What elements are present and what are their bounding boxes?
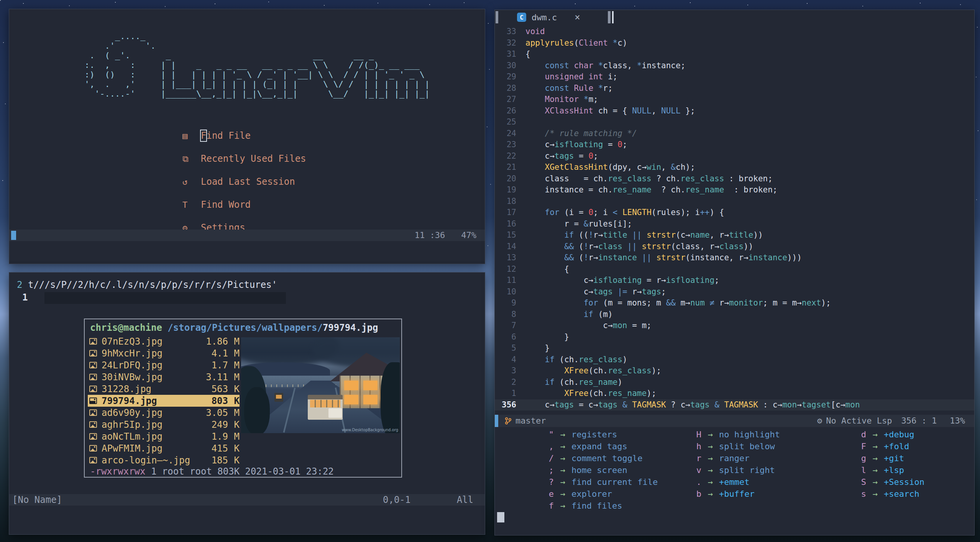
file-row[interactable]: 31228.jpg563K <box>88 383 240 395</box>
code-token: = <box>574 151 588 161</box>
whichkey-binding-expand-tags[interactable]: ,→expand tags <box>541 440 658 452</box>
file-size: 415 <box>204 443 228 454</box>
line-number: 9 <box>495 297 516 309</box>
whichkey-binding-home-screen[interactable]: ;→home screen <box>541 464 658 476</box>
code-line: 13 && (!r→instance || strstr(instance, r… <box>495 252 974 264</box>
code-token: c) <box>617 38 627 48</box>
code-token: (class, r→ <box>671 242 719 251</box>
code-line: 17 for (i = 0; i < LENGTH(rules); i++) { <box>495 207 974 218</box>
binding-key: v <box>688 464 701 476</box>
whichkey-binding-explorer[interactable]: e→explorer <box>541 488 658 500</box>
code-token: c→ <box>525 151 555 161</box>
binding-key: " <box>541 429 554 440</box>
whichkey-binding-buffer[interactable]: b→+buffer <box>688 488 780 500</box>
file-size-unit: M <box>228 336 240 347</box>
arrow-icon: → <box>701 452 719 464</box>
code-token: )) <box>744 242 753 251</box>
code-token <box>617 208 622 217</box>
mode-indicator-block <box>495 415 498 427</box>
whichkey-binding-no-highlight[interactable]: H→no highlight <box>688 429 780 440</box>
preview-window-light <box>344 381 358 390</box>
code-area[interactable]: 33void32applyrules(Client *c)31{30 const… <box>495 26 974 411</box>
whichkey-binding-find-files[interactable]: f→find files <box>541 500 658 512</box>
whichkey-binding-emmet[interactable]: .→+emmet <box>688 476 780 488</box>
file-meta: 1 root root 803K 2021-03-01 23:22 <box>146 466 334 477</box>
code-token: strstr <box>642 242 671 251</box>
code-token: c→ <box>525 276 593 285</box>
permission-bits: -rwxrwxrwx <box>90 466 146 477</box>
binding-description: +fold <box>884 440 909 452</box>
file-row[interactable]: arco-login—~.jpg185K <box>88 454 240 466</box>
binding-key: S <box>853 476 866 488</box>
binding-key: s <box>853 488 866 500</box>
file-row[interactable]: APwFMIM.jpg415K <box>88 442 240 454</box>
editor-window[interactable]: C dwm.c × 33void32applyrules(Client *c)3… <box>494 10 975 535</box>
code-token: → <box>797 400 802 409</box>
code-token <box>617 400 622 409</box>
code-token: i; <box>603 72 617 81</box>
file-size: 185 <box>204 455 228 466</box>
file-row[interactable]: 9hMxcHr.jpg4.1M <box>88 347 240 359</box>
code-token <box>525 389 564 398</box>
scroll-indicator: All <box>457 494 473 506</box>
code-token: = m; <box>627 321 652 330</box>
user-host: chris@machine <box>90 322 162 333</box>
code-token: if <box>545 355 555 364</box>
file-row[interactable]: aghr5Ip.jpg249K <box>88 419 240 430</box>
code-token: const <box>545 84 569 93</box>
lunarvim-dashboard-window[interactable]: _...._ .' '. . ( _'. _ __ __ _ :. , : | … <box>9 9 485 264</box>
whichkey-binding-comment-toggle[interactable]: /→comment toggle <box>541 452 658 464</box>
line-number: 31 <box>495 49 516 60</box>
whichkey-binding-debug[interactable]: d→+debug <box>853 429 924 440</box>
menu-item-find-file[interactable]: ▤Find File <box>182 124 306 147</box>
file-size: 1.9 <box>204 431 228 442</box>
arrow-icon: → <box>866 476 884 488</box>
whichkey-binding-split-below[interactable]: h→split below <box>688 440 780 452</box>
menu-item-label: Load Last Session <box>201 176 295 187</box>
menu-item-find-word[interactable]: TFind Word <box>182 193 306 216</box>
whichkey-binding-find-current-file[interactable]: ?→find current file <box>541 476 658 488</box>
code-token <box>525 163 545 172</box>
code-token: class = ch. <box>525 174 608 183</box>
code-token: ++ <box>700 208 709 217</box>
code-token: instance <box>598 253 637 262</box>
whichkey-binding-session[interactable]: S→+Session <box>853 476 924 488</box>
code-token: )) <box>753 230 763 240</box>
code-token: && <box>564 242 574 251</box>
code-token: ( <box>574 38 579 48</box>
tab-dwm-c[interactable]: C dwm.c × <box>517 10 580 25</box>
file-row[interactable]: 07nEzQ3.jpg1.86M <box>88 335 240 347</box>
whichkey-binding-split-right[interactable]: v→split right <box>688 464 780 476</box>
file-row[interactable]: 24LrDFQ.jpg1.7M <box>88 359 240 371</box>
whichkey-binding-git[interactable]: g→+git <box>853 452 924 464</box>
terminal-window[interactable]: 2 t///s/P//2/h/c/.l/s/n/s/p/p/s/r/r/s/Pi… <box>9 272 485 535</box>
code-line: 30 const char *class, *instance; <box>495 60 974 72</box>
whichkey-binding-lsp[interactable]: l→+lsp <box>853 464 924 476</box>
code-token: ); <box>821 298 831 307</box>
code-token: res_class <box>608 174 652 183</box>
whichkey-binding-registers[interactable]: "→registers <box>541 429 658 440</box>
code-token <box>710 400 715 409</box>
file-row[interactable]: aoNcTLm.jpg1.9M <box>88 430 240 442</box>
file-row[interactable]: ad6v90y.jpg3.05M <box>88 407 240 419</box>
whichkey-binding-fold[interactable]: F→+fold <box>853 440 924 452</box>
file-row[interactable]: 30iNVBw.jpg3.11M <box>88 371 240 383</box>
image-file-icon <box>89 350 97 356</box>
menu-item-recently-used-files[interactable]: ⧉Recently Used Files <box>182 147 306 170</box>
menu-item-load-last-session[interactable]: ↺Load Last Session <box>182 170 306 193</box>
command-text: t///s/P//2/h/c/.l/s/n/s/p/p/s/r/r/s/Pict… <box>28 279 277 290</box>
whichkey-binding-search[interactable]: s→+search <box>853 488 924 500</box>
code-token: tags <box>555 151 574 161</box>
whichkey-binding-ranger[interactable]: r→ranger <box>688 452 780 464</box>
file-row[interactable]: 799794.jpg803K <box>88 395 240 407</box>
binding-description: split right <box>719 464 775 476</box>
code-token: res_class <box>608 366 652 375</box>
binding-key: ? <box>541 476 554 488</box>
code-token: < <box>613 208 618 217</box>
close-icon[interactable]: × <box>575 12 580 23</box>
reload-icon: ↺ <box>182 177 201 187</box>
code-token: tagset <box>802 400 831 409</box>
code-token: isfloating <box>555 140 603 149</box>
file-name: 9hMxcHr.jpg <box>102 348 204 359</box>
code-line: 356 c→tags = c→tags & TAGMASK ? c→tags &… <box>495 399 974 411</box>
